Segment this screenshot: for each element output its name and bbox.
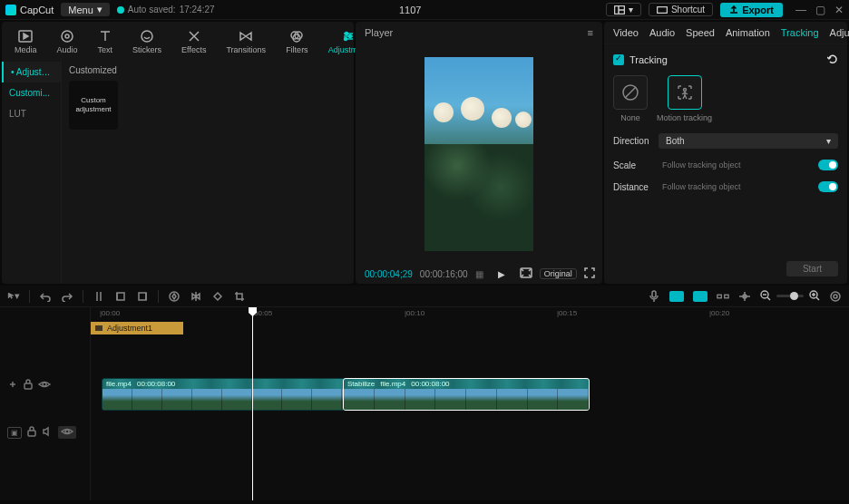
adjustment-icon <box>94 324 103 333</box>
crop-icon[interactable] <box>233 291 246 302</box>
tab-audio[interactable]: Audio <box>52 25 83 58</box>
track-toggle-icon[interactable] <box>7 380 18 391</box>
reset-icon[interactable] <box>827 53 838 66</box>
close-button[interactable]: ✕ <box>834 4 844 16</box>
tab-transitions[interactable]: Transitions <box>220 25 271 58</box>
list-view-icon[interactable]: ▦ <box>475 269 483 279</box>
timeline: ▾ <box>0 286 849 500</box>
delete-left-icon[interactable] <box>114 291 127 302</box>
player-title: Player <box>365 27 393 38</box>
split-icon[interactable] <box>93 291 105 302</box>
svg-point-29 <box>65 430 69 433</box>
undo-icon[interactable] <box>39 291 52 302</box>
tab-stickers[interactable]: Stickers <box>127 25 167 58</box>
prop-tab-speed[interactable]: Speed <box>686 27 715 38</box>
asset-panel: Media Audio Text Stickers Effects Transi… <box>2 22 354 284</box>
playhead[interactable] <box>252 307 253 500</box>
video-preview[interactable] <box>424 57 533 251</box>
svg-point-5 <box>142 31 152 42</box>
magnet-link-icon[interactable] <box>693 291 708 302</box>
distance-toggle[interactable] <box>818 181 838 192</box>
tab-effects[interactable]: Effects <box>176 25 211 58</box>
clip-video-2-selected[interactable]: Stabilize file.mp4 00:00:08:00 <box>343 378 590 411</box>
prop-tab-video[interactable]: Video <box>613 27 639 38</box>
mic-icon[interactable] <box>648 290 660 303</box>
original-button[interactable]: Original <box>540 268 577 279</box>
play-button[interactable]: ▶ <box>498 269 505 279</box>
svg-point-11 <box>345 38 347 41</box>
minimize-button[interactable]: — <box>795 4 806 16</box>
tab-filters[interactable]: Filters <box>280 25 314 58</box>
freeze-icon[interactable] <box>168 291 181 302</box>
track-lock-icon[interactable] <box>24 379 33 392</box>
player-panel: Player ≡ 00:00:04;29 00:00:16;00 ▦ ▶ Ori… <box>356 22 602 284</box>
svg-rect-19 <box>717 295 721 298</box>
fullscreen-button[interactable] <box>584 267 595 280</box>
effects-icon <box>187 29 201 44</box>
prop-tab-animation[interactable]: Animation <box>726 27 770 38</box>
tracking-checkbox[interactable] <box>613 54 624 65</box>
preview-axis-icon[interactable] <box>738 291 751 302</box>
time-ruler[interactable]: |00:00 |00:05 |00:10 |00:15 |00:20 <box>91 307 849 322</box>
zoom-out-icon[interactable] <box>760 290 771 303</box>
redo-icon[interactable] <box>61 291 73 302</box>
direction-select[interactable]: Both ▾ <box>659 133 838 149</box>
distance-label: Distance <box>613 182 659 192</box>
asset-heading: Customized <box>69 65 346 75</box>
svg-rect-26 <box>24 383 32 389</box>
sidebar-item-lut[interactable]: LUT <box>2 103 61 124</box>
distance-hint: Follow tracking object <box>662 182 741 191</box>
start-button[interactable]: Start <box>786 261 838 276</box>
ratio-button[interactable] <box>520 267 532 280</box>
sidebar-item-adjustment[interactable]: • Adjustment <box>2 62 61 82</box>
tab-text[interactable]: Text <box>93 25 119 58</box>
scale-toggle[interactable] <box>818 160 838 170</box>
track-mute-icon[interactable] <box>42 426 53 439</box>
track-hide-icon[interactable] <box>58 426 76 439</box>
magnet-main-icon[interactable] <box>669 291 684 302</box>
mode-none[interactable]: None <box>613 75 648 122</box>
tab-media[interactable]: Media <box>9 25 43 58</box>
asset-card-custom-adjustment[interactable]: Custom adjustment <box>69 81 118 130</box>
track-visible-icon[interactable] <box>38 380 51 391</box>
menu-button[interactable]: Menu ▾ <box>61 3 110 16</box>
timeline-tracks[interactable]: |00:00 |00:05 |00:10 |00:15 |00:20 Adjus… <box>91 307 849 500</box>
inspector-panel: Video Audio Speed Animation Tracking Adj… <box>604 22 847 284</box>
transitions-icon <box>239 29 253 44</box>
prop-tab-audio[interactable]: Audio <box>649 27 675 38</box>
maximize-button[interactable]: ▢ <box>815 4 825 16</box>
svg-rect-1 <box>657 6 667 13</box>
track-lock-icon[interactable] <box>27 426 36 439</box>
none-icon <box>621 83 639 102</box>
rotate-icon[interactable] <box>211 291 224 302</box>
zoom-slider[interactable] <box>776 295 804 297</box>
prop-tab-tracking[interactable]: Tracking <box>781 27 819 38</box>
cover-icon[interactable]: ▣ <box>7 427 22 439</box>
project-title: 1107 <box>222 5 599 15</box>
prop-tab-adjustment[interactable]: Adjustm... <box>830 27 849 38</box>
filters-icon <box>289 29 304 44</box>
selection-tool-icon[interactable]: ▾ <box>7 290 20 302</box>
media-icon <box>18 29 33 44</box>
capcut-logo-icon <box>5 5 16 15</box>
zoom-fit-icon[interactable] <box>829 291 842 302</box>
svg-point-24 <box>831 292 840 301</box>
svg-rect-15 <box>117 293 124 300</box>
mirror-icon[interactable] <box>190 291 202 302</box>
current-time: 00:00:04;29 <box>365 269 413 279</box>
motion-tracking-icon <box>676 83 694 102</box>
snap-icon[interactable] <box>717 292 729 301</box>
svg-point-14 <box>683 89 686 92</box>
export-button[interactable]: Export <box>720 3 783 17</box>
clip-adjustment[interactable]: Adjustment1 <box>91 322 183 334</box>
svg-rect-18 <box>652 291 656 297</box>
saved-indicator-icon <box>117 6 124 14</box>
layout-button[interactable]: ▾ <box>606 3 641 16</box>
delete-right-icon[interactable] <box>136 291 149 302</box>
zoom-in-icon[interactable] <box>809 290 820 303</box>
shortcut-button[interactable]: Shortcut <box>649 3 713 16</box>
player-menu-icon[interactable]: ≡ <box>588 27 593 38</box>
sidebar-item-customized[interactable]: Customi... <box>2 82 61 103</box>
mode-motion-tracking[interactable]: Motion tracking <box>657 75 712 122</box>
app-logo: CapCut <box>5 5 54 15</box>
